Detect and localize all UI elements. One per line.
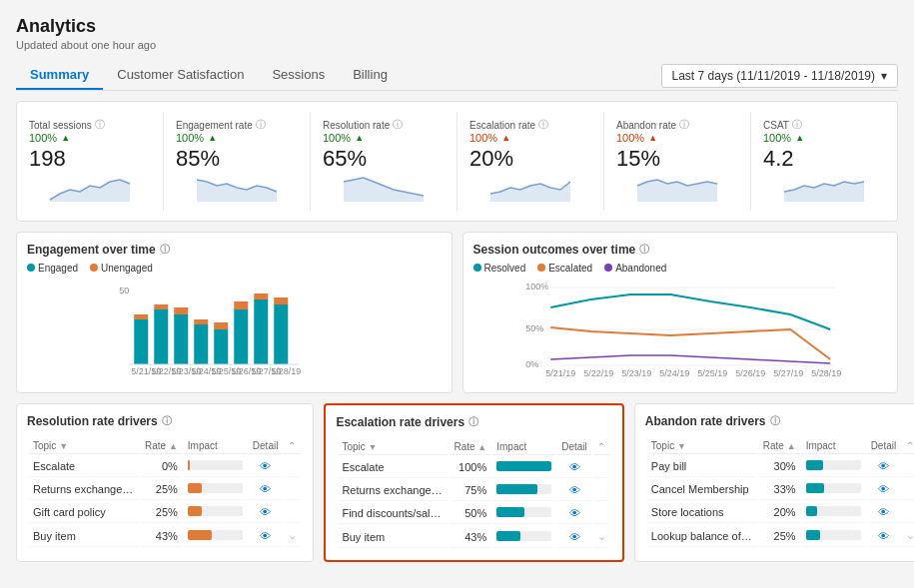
cell-impact xyxy=(184,456,247,477)
tab-summary[interactable]: Summary xyxy=(16,61,103,90)
col-topic-res[interactable]: Topic ▼ xyxy=(29,438,139,454)
escalation-rate-label: Escalation rate xyxy=(469,120,535,131)
metrics-row: Total sessions ⓘ 100% ▲ 198 Engagement r… xyxy=(16,101,898,222)
svg-text:5/24/19: 5/24/19 xyxy=(659,368,689,378)
info-icon-sess[interactable]: ⓘ xyxy=(639,243,649,257)
svg-rect-13 xyxy=(194,324,208,364)
info-icon-ab[interactable]: ⓘ xyxy=(770,414,780,428)
engagement-chart-title: Engagement over time xyxy=(27,243,156,257)
table-row: Store locations 20% 👁 xyxy=(647,502,914,523)
svg-rect-21 xyxy=(274,304,288,364)
cell-detail[interactable]: 👁 xyxy=(867,456,901,477)
col-detail-esc: Detail xyxy=(557,439,591,455)
cell-topic: Buy item xyxy=(338,526,448,548)
charts-row: Engagement over time ⓘ Engaged Unengaged… xyxy=(16,232,898,393)
svg-text:5/28/19: 5/28/19 xyxy=(271,366,301,376)
svg-rect-9 xyxy=(154,309,168,364)
cell-impact xyxy=(802,479,865,500)
cell-rate: 100% xyxy=(450,457,490,478)
cell-detail[interactable]: 👁 xyxy=(249,502,283,523)
tab-sessions[interactable]: Sessions xyxy=(258,61,339,90)
svg-text:5/27/19: 5/27/19 xyxy=(773,368,803,378)
col-rate-ab[interactable]: Rate ▲ xyxy=(759,438,800,454)
tab-billing[interactable]: Billing xyxy=(339,61,402,90)
info-icon-5[interactable]: ⓘ xyxy=(679,118,689,132)
cell-detail[interactable]: 👁 xyxy=(557,480,591,501)
total-sessions-label: Total sessions xyxy=(29,120,92,131)
info-icon-6[interactable]: ⓘ xyxy=(792,118,802,132)
cell-detail[interactable]: 👁 xyxy=(867,502,901,523)
analytics-page: Analytics Updated about one hour ago Sum… xyxy=(0,0,914,588)
col-topic-esc[interactable]: Topic ▼ xyxy=(338,439,448,455)
metric-engagement-rate: Engagement rate ⓘ 100% ▲ 85% xyxy=(164,112,311,211)
cell-detail[interactable]: 👁 xyxy=(557,503,591,524)
info-icon-3[interactable]: ⓘ xyxy=(393,118,403,132)
col-scroll-esc: ⌃ xyxy=(593,439,610,455)
metric-resolution-rate: Resolution rate ⓘ 100% ▲ 65% xyxy=(311,112,457,211)
engagement-legend: Engaged Unengaged xyxy=(27,263,442,274)
tab-customer-satisfaction[interactable]: Customer Satisfaction xyxy=(103,61,258,90)
cell-detail[interactable]: 👁 xyxy=(867,525,901,547)
cell-impact xyxy=(184,525,247,547)
svg-rect-12 xyxy=(174,307,188,314)
info-icon-2[interactable]: ⓘ xyxy=(256,118,266,132)
cell-detail[interactable]: 👁 xyxy=(557,526,591,548)
cell-topic: Buy item xyxy=(29,525,139,547)
svg-text:5/22/19: 5/22/19 xyxy=(583,368,613,378)
legend-unengaged: Unengaged xyxy=(101,263,153,274)
info-icon-esc[interactable]: ⓘ xyxy=(468,415,478,429)
cell-detail[interactable]: 👁 xyxy=(249,479,283,500)
resolution-rate-value: 65% xyxy=(323,146,445,172)
info-icon-4[interactable]: ⓘ xyxy=(538,118,548,132)
col-rate-esc[interactable]: Rate ▲ xyxy=(450,439,490,455)
legend-escalated: Escalated xyxy=(548,263,592,274)
date-range-picker[interactable]: Last 7 days (11/11/2019 - 11/18/2019) ▾ xyxy=(661,64,898,88)
svg-text:5/23/19: 5/23/19 xyxy=(621,368,651,378)
cell-topic: Escalate xyxy=(29,456,139,477)
cell-topic: Returns exchange and r... xyxy=(338,480,448,501)
scroll-down[interactable]: ⌄ xyxy=(902,525,914,547)
cell-impact xyxy=(184,502,247,523)
info-icon-res[interactable]: ⓘ xyxy=(162,414,172,428)
cell-rate: 50% xyxy=(450,503,490,524)
chevron-down-icon: ▾ xyxy=(881,69,887,83)
info-icon-eng[interactable]: ⓘ xyxy=(160,243,170,257)
metric-escalation-rate: Escalation rate ⓘ 100% ▲ 20% xyxy=(457,112,604,211)
cell-rate: 33% xyxy=(759,479,800,500)
info-icon[interactable]: ⓘ xyxy=(95,118,105,132)
scroll-down[interactable]: ⌄ xyxy=(284,525,301,547)
abandon-drivers-card: Abandon rate drivers ⓘ Topic ▼ Rate ▲ Im… xyxy=(634,403,914,562)
svg-rect-11 xyxy=(174,314,188,364)
drivers-row: Resolution rate drivers ⓘ Topic ▼ Rate ▲… xyxy=(16,403,898,562)
escalation-rate-arrow: ▲ xyxy=(501,133,510,143)
total-sessions-arrow: ▲ xyxy=(61,133,70,143)
resolution-drivers-table: Topic ▼ Rate ▲ Impact Detail ⌃ Escalate … xyxy=(27,436,303,549)
cell-topic: Returns exchange and re... xyxy=(29,479,139,500)
col-topic-ab[interactable]: Topic ▼ xyxy=(647,438,757,454)
total-sessions-pct: 100% xyxy=(29,132,57,144)
svg-text:5/26/19: 5/26/19 xyxy=(735,368,765,378)
csat-pct: 100% xyxy=(763,132,791,144)
cell-rate: 0% xyxy=(141,456,182,477)
col-detail-ab: Detail xyxy=(867,438,901,454)
col-rate-res[interactable]: Rate ▲ xyxy=(141,438,182,454)
resolution-drivers-title: Resolution rate drivers xyxy=(27,414,158,428)
cell-detail[interactable]: 👁 xyxy=(249,525,283,547)
cell-topic: Escalate xyxy=(338,457,448,478)
cell-detail[interactable]: 👁 xyxy=(557,457,591,478)
scroll-down[interactable]: ⌄ xyxy=(593,526,610,548)
cell-rate: 75% xyxy=(450,480,490,501)
abandon-rate-value: 15% xyxy=(616,146,738,172)
tabs-row: Summary Customer Satisfaction Sessions B… xyxy=(16,61,898,91)
sessions-chart-title: Session outcomes over time xyxy=(473,243,636,257)
table-row: Lookup balance of gift... 25% 👁 ⌄ xyxy=(647,525,914,547)
date-range-label: Last 7 days (11/11/2019 - 11/18/2019) xyxy=(672,69,875,83)
escalation-rate-value: 20% xyxy=(469,146,591,172)
cell-impact xyxy=(802,456,865,477)
cell-topic: Lookup balance of gift... xyxy=(647,525,757,547)
table-row: Escalate 100% 👁 xyxy=(338,457,609,478)
cell-detail[interactable]: 👁 xyxy=(249,456,283,477)
abandon-rate-arrow: ▲ xyxy=(648,133,657,143)
cell-detail[interactable]: 👁 xyxy=(867,479,901,500)
csat-label: CSAT xyxy=(763,120,789,131)
